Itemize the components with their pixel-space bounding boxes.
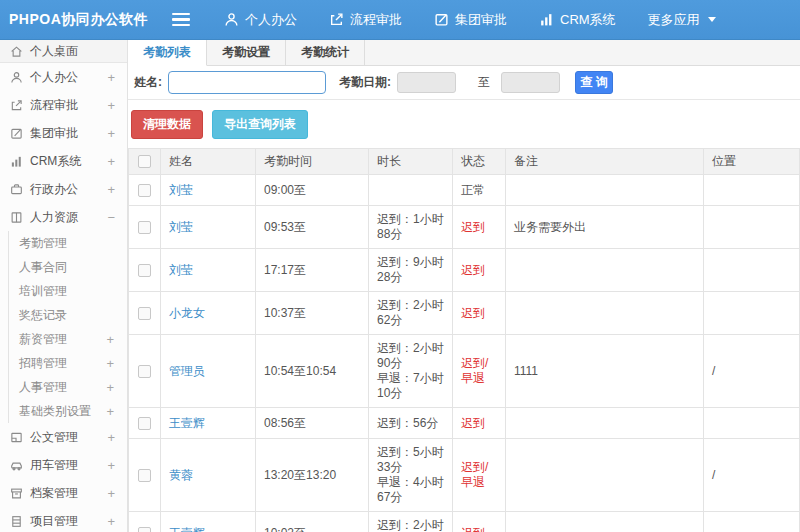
note-cell — [506, 408, 704, 439]
employee-name-link[interactable]: 王壹辉 — [169, 526, 205, 532]
name-cell: 刘莹 — [161, 249, 256, 292]
row-checkbox[interactable] — [138, 417, 151, 430]
date-to-input[interactable] — [501, 72, 560, 93]
expand-plus-icon[interactable]: + — [107, 486, 115, 501]
sidebar-subitem-attendance-management[interactable]: 考勤管理 — [19, 231, 127, 255]
sidebar-item-admin-office[interactable]: 行政办公 + — [0, 175, 127, 203]
sidebar-item-document-management[interactable]: 公文管理 + — [0, 423, 127, 451]
duration-cell: 迟到：56分 — [369, 408, 453, 439]
nav-item-group-approval[interactable]: 集团审批 — [434, 11, 507, 29]
row-checkbox[interactable] — [138, 264, 151, 277]
name-cell: 王壹辉 — [161, 408, 256, 439]
table-header-row: 姓名 考勤时间 时长 状态 备注 位置 — [129, 149, 800, 175]
expand-plus-icon[interactable]: + — [107, 126, 115, 141]
row-checkbox[interactable] — [138, 221, 151, 234]
sidebar-item-archive-management[interactable]: 档案管理 + — [0, 479, 127, 507]
col-note: 备注 — [506, 149, 704, 175]
person-icon — [224, 12, 239, 27]
sidebar-subitem-training-management[interactable]: 培训管理 — [19, 279, 127, 303]
menu-toggle-icon[interactable] — [172, 13, 190, 26]
employee-name-link[interactable]: 刘莹 — [169, 183, 193, 197]
nav-item-workflow-approval[interactable]: 流程审批 — [329, 11, 402, 29]
sidebar-item-group-approval[interactable]: 集团审批 + — [0, 119, 127, 147]
nav-item-more-apps[interactable]: 更多应用 — [648, 11, 716, 29]
row-checkbox[interactable] — [138, 469, 151, 482]
name-cell: 刘莹 — [161, 206, 256, 249]
nav-item-crm[interactable]: CRM系统 — [539, 11, 616, 29]
note-cell — [506, 175, 704, 206]
clean-data-button[interactable]: 清理数据 — [131, 110, 203, 139]
location-cell — [704, 292, 800, 335]
sidebar-subitem-reward-punishment[interactable]: 奖惩记录 — [19, 303, 127, 327]
sidebar-item-hr[interactable]: 人力资源 − — [0, 203, 127, 231]
sidebar-item-workflow-approval[interactable]: 流程审批 + — [0, 91, 127, 119]
time-cell: 10:02至 — [256, 512, 369, 532]
expand-plus-icon[interactable]: + — [106, 404, 114, 419]
to-label: 至 — [478, 74, 490, 91]
tab-attendance-list[interactable]: 考勤列表 — [128, 40, 207, 66]
status-cell: 迟到 — [453, 249, 506, 292]
col-status: 状态 — [453, 149, 506, 175]
date-from-input[interactable] — [397, 72, 456, 93]
tab-attendance-settings[interactable]: 考勤设置 — [207, 40, 286, 66]
sidebar-subitem-base-category-settings[interactable]: 基础类别设置+ — [19, 399, 127, 423]
row-checkbox[interactable] — [138, 527, 151, 532]
sidebar-subitem-recruitment-management[interactable]: 招聘管理+ — [19, 351, 127, 375]
nav-item-personal-office[interactable]: 个人办公 — [224, 11, 297, 29]
col-time: 考勤时间 — [256, 149, 369, 175]
caret-down-icon — [708, 17, 716, 22]
expand-plus-icon[interactable]: + — [107, 430, 115, 445]
status-cell: 正常 — [453, 175, 506, 206]
employee-name-link[interactable]: 黄蓉 — [169, 468, 193, 482]
table-row: 刘莹17:17至迟到：9小时28分迟到 — [129, 249, 800, 292]
select-all-checkbox[interactable] — [138, 155, 151, 168]
tab-attendance-stats[interactable]: 考勤统计 — [286, 40, 365, 66]
name-cell: 管理员 — [161, 335, 256, 408]
export-list-button[interactable]: 导出查询列表 — [212, 110, 308, 139]
expand-plus-icon[interactable]: + — [107, 514, 115, 529]
employee-name-link[interactable]: 管理员 — [169, 364, 205, 378]
expand-plus-icon[interactable]: + — [107, 182, 115, 197]
expand-plus-icon[interactable]: + — [107, 154, 115, 169]
name-input[interactable] — [168, 71, 326, 94]
sidebar-subitem-salary-management[interactable]: 薪资管理+ — [19, 327, 127, 351]
collapse-minus-icon[interactable]: − — [107, 210, 115, 225]
name-cell: 刘莹 — [161, 175, 256, 206]
row-checkbox-cell — [129, 408, 161, 439]
note-cell — [506, 292, 704, 335]
table-row: 黄蓉13:20至13:20迟到：5小时33分 早退：4小时67分迟到/早退/ — [129, 439, 800, 512]
sidebar-subitem-personnel-contract[interactable]: 人事合同 — [19, 255, 127, 279]
row-checkbox[interactable] — [138, 365, 151, 378]
row-checkbox[interactable] — [138, 184, 151, 197]
name-label: 姓名: — [134, 74, 162, 91]
sidebar-item-crm[interactable]: CRM系统 + — [0, 147, 127, 175]
search-button[interactable]: 查 询 — [575, 71, 613, 94]
action-buttons: 清理数据 导出查询列表 — [128, 100, 800, 148]
row-checkbox[interactable] — [138, 307, 151, 320]
employee-name-link[interactable]: 小龙女 — [169, 306, 205, 320]
table-row: 管理员10:54至10:54迟到：2小时90分 早退：7小时10分迟到/早退11… — [129, 335, 800, 408]
employee-name-link[interactable]: 刘莹 — [169, 263, 193, 277]
sidebar-item-vehicle-management[interactable]: 用车管理 + — [0, 451, 127, 479]
expand-plus-icon[interactable]: + — [107, 458, 115, 473]
sidebar-item-personal-desktop[interactable]: 个人桌面 — [0, 40, 127, 63]
duration-cell — [369, 175, 453, 206]
person-icon — [9, 71, 23, 84]
sidebar-item-project-management[interactable]: 项目管理 + — [0, 507, 127, 532]
expand-plus-icon[interactable]: + — [106, 332, 114, 347]
briefcase-icon — [9, 183, 23, 196]
table-row: 刘莹09:00至正常 — [129, 175, 800, 206]
row-checkbox-cell — [129, 175, 161, 206]
hr-submenu: 考勤管理 人事合同 培训管理 奖惩记录 薪资管理+ 招聘管理+ 人事管理+ 基础… — [8, 231, 127, 423]
expand-plus-icon[interactable]: + — [106, 356, 114, 371]
sidebar-item-personal-office[interactable]: 个人办公 + — [0, 63, 127, 91]
row-checkbox-cell — [129, 439, 161, 512]
expand-plus-icon[interactable]: + — [106, 380, 114, 395]
expand-plus-icon[interactable]: + — [107, 70, 115, 85]
employee-name-link[interactable]: 王壹辉 — [169, 416, 205, 430]
expand-plus-icon[interactable]: + — [107, 98, 115, 113]
employee-name-link[interactable]: 刘莹 — [169, 220, 193, 234]
sidebar-subitem-personnel-management[interactable]: 人事管理+ — [19, 375, 127, 399]
note-cell — [506, 249, 704, 292]
location-cell — [704, 249, 800, 292]
